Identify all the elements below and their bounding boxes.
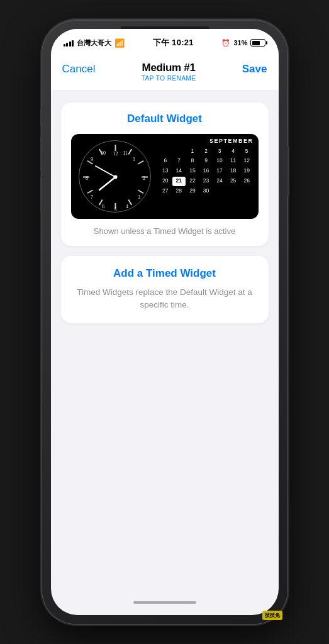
svg-text:12: 12 [113,151,118,157]
calendar-cell: 26 [240,177,254,186]
volume-up-button[interactable] [40,136,42,171]
calendar-cell: 14 [172,167,186,176]
calendar-cell: 29 [186,187,199,196]
calendar-cell: 6 [159,157,172,166]
svg-text:1: 1 [133,157,135,162]
calendar-cell: 28 [172,187,186,196]
svg-text:8: 8 [86,175,88,181]
calendar-cell: 5 [240,147,254,156]
watermark-label: 技技免 [262,611,282,620]
calendar-cell: 3 [213,147,226,156]
svg-line-8 [87,190,93,193]
svg-text:6: 6 [102,204,104,209]
add-timed-widget-description: Timed Widgets replace the Default Widget… [74,286,256,312]
svg-line-24 [99,177,116,191]
calendar-cell: 12 [240,157,254,166]
volume-down-button[interactable] [40,177,42,212]
status-right: ⏰ 31% [221,39,265,47]
status-left: 台灣大哥大 📶 [64,38,125,48]
calendar-month: SEPTEMBER [159,138,254,144]
calendar-cell: 25 [226,177,240,186]
calendar-cell [213,187,226,196]
svg-text:3: 3 [138,194,140,200]
nav-title: Medium #1 [142,62,196,74]
svg-line-2 [138,161,143,164]
calendar-cell: 10 [213,157,226,166]
svg-line-25 [96,166,116,177]
calendar-section: SEPTEMBER 123456789101112131415161718192… [159,134,259,219]
mute-button[interactable] [40,108,42,127]
calendar-cell: 30 [199,187,213,196]
default-widget-card: Default Widget [61,103,269,246]
calendar-cell: 18 [226,167,240,176]
calendar-cell: 24 [213,177,226,186]
calendar-cell: 19 [240,167,254,176]
svg-line-4 [138,190,143,193]
svg-text:4: 4 [126,204,128,209]
save-button[interactable]: Save [242,62,267,75]
main-content: Default Widget [51,91,279,615]
calendar-cell: 9 [199,157,213,166]
home-indicator[interactable] [133,601,196,604]
calendar-cell: 4 [226,147,240,156]
carrier-label: 台灣大哥大 [77,38,111,48]
calendar-cell: 8 [186,157,199,166]
svg-text:7: 7 [91,194,93,200]
add-timed-widget-title: Add a Timed Widget [113,267,216,280]
nav-center[interactable]: Medium #1 TAP TO RENAME [142,62,196,82]
calendar-cell: 2 [199,147,213,156]
calendar-grid: 1234567891011121314151617181920212223242… [159,147,254,196]
cancel-button[interactable]: Cancel [62,62,96,75]
svg-text:10: 10 [101,150,106,156]
wifi-icon: 📶 [114,38,125,48]
status-time: 下午 10:21 [153,37,194,48]
power-button[interactable] [287,146,289,196]
calendar-cell: 11 [226,157,240,166]
svg-text:9: 9 [91,157,93,162]
status-bar: 台灣大哥大 📶 下午 10:21 ⏰ 31% [51,29,279,57]
phone-shell: 台灣大哥大 📶 下午 10:21 ⏰ 31% Cancel Medium #1 [42,20,287,624]
calendar-cell [226,187,240,196]
default-widget-title: Default Widget [71,113,259,125]
calendar-cell: 27 [159,187,172,196]
calendar-cell [159,147,172,156]
battery-percent-label: 31% [233,39,247,47]
alarm-icon: ⏰ [221,39,230,47]
screen: 台灣大哥大 📶 下午 10:21 ⏰ 31% Cancel Medium #1 [51,29,279,615]
calendar-cell: 17 [213,167,226,176]
calendar-cell: 7 [172,157,186,166]
svg-text:2: 2 [143,175,145,181]
calendar-cell: 21 [172,177,186,186]
navigation-bar: Cancel Medium #1 TAP TO RENAME Save [51,57,279,91]
widget-preview: 12 1 2 3 4 5 6 7 8 9 10 [71,134,259,219]
calendar-cell: 20 [159,177,172,186]
calendar-cell: 1 [186,147,199,156]
calendar-cell: 16 [199,167,213,176]
svg-text:5: 5 [114,207,117,213]
calendar-cell: 23 [199,177,213,186]
calendar-cell: 22 [186,177,199,186]
battery-icon [250,39,265,47]
calendar-cell: 13 [159,167,172,176]
default-widget-subtitle: Shown unless a Timed Widget is active [71,226,259,236]
clock-section: 12 1 2 3 4 5 6 7 8 9 10 [71,134,159,219]
tap-to-rename-label[interactable]: TAP TO RENAME [142,75,196,82]
calendar-cell [240,187,254,196]
svg-line-5 [128,199,131,205]
clock-face: 12 1 2 3 4 5 6 7 8 9 10 [79,140,151,213]
clock-ticks-svg: 12 1 2 3 4 5 6 7 8 9 10 [79,141,152,213]
add-timed-widget-card[interactable]: Add a Timed Widget Timed Widgets replace… [61,256,269,323]
calendar-cell: 15 [186,167,199,176]
svg-text:11: 11 [123,150,128,156]
signal-icon [64,39,74,47]
svg-point-26 [114,175,118,179]
calendar-cell [172,147,186,156]
svg-line-1 [128,149,131,155]
